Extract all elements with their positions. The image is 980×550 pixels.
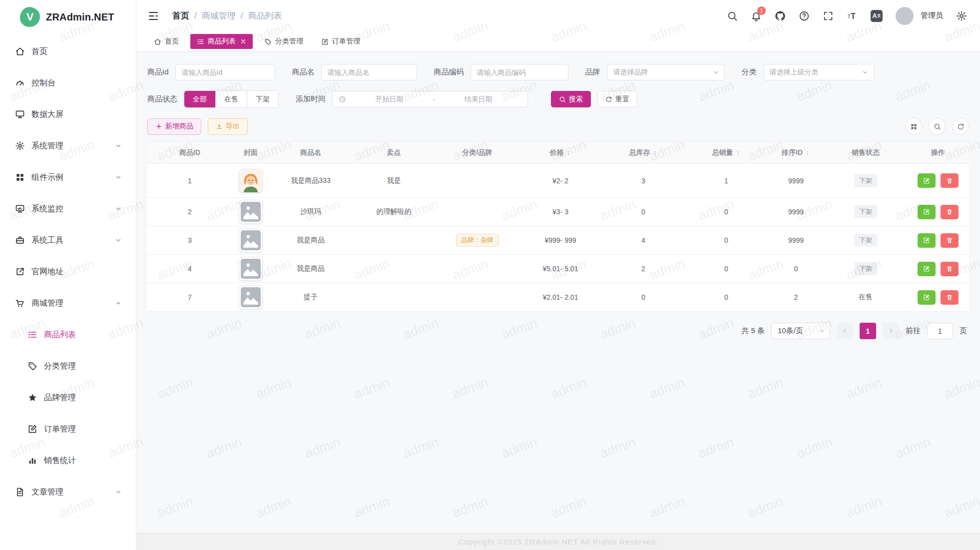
chevron-left-icon: [842, 328, 848, 334]
product-cover-placeholder[interactable]: [239, 285, 263, 309]
refresh-table-button[interactable]: [952, 118, 969, 135]
column-header-label: 分类/品牌: [463, 148, 492, 157]
sidebar-item-控制台[interactable]: 控制台: [0, 70, 136, 95]
edit-button[interactable]: [918, 262, 936, 276]
category-icon: [27, 361, 37, 371]
page-number-button[interactable]: 1: [860, 323, 876, 339]
product-id-input[interactable]: [175, 64, 275, 80]
chevron-up-icon: [115, 300, 122, 307]
sidebar-item-订单管理[interactable]: 订单管理: [0, 417, 136, 442]
header-search-icon[interactable]: [727, 10, 738, 21]
notifications-bell-icon[interactable]: 1: [751, 10, 762, 21]
sidebar-item-label: 商城管理: [31, 298, 63, 309]
brand-logo[interactable]: V ZRAdmin.NET: [0, 0, 136, 32]
sidebar-item-组件示例[interactable]: 组件示例: [0, 165, 136, 190]
edit-button[interactable]: [918, 173, 936, 188]
edit-button[interactable]: [918, 205, 936, 219]
sort-caret-icon[interactable]: [735, 148, 741, 158]
sidebar-item-商品列表[interactable]: 商品列表: [0, 322, 136, 347]
delete-button[interactable]: [941, 173, 959, 188]
category-select[interactable]: 请选择上级分类: [763, 64, 874, 80]
edit-button[interactable]: [918, 290, 936, 305]
column-header-排序ID[interactable]: 排序ID: [768, 142, 824, 164]
show-search-button[interactable]: [929, 118, 946, 135]
delete-button[interactable]: [941, 233, 959, 248]
status-option-全部[interactable]: 全部: [184, 91, 216, 107]
column-settings-button[interactable]: [905, 118, 922, 135]
breadcrumb-item-首页[interactable]: 首页: [172, 10, 189, 21]
column-header-总销量[interactable]: 总销量: [685, 142, 768, 164]
cell-sort-id: 9999: [768, 164, 824, 198]
category-label: 分类: [742, 67, 757, 77]
tab-首页[interactable]: 首页: [147, 34, 185, 49]
sidebar-item-系统监控[interactable]: 系统监控: [0, 196, 136, 221]
status-option-下架[interactable]: 下架: [247, 91, 278, 107]
product-cover-image[interactable]: [239, 169, 263, 193]
chevron-down-icon: [819, 328, 825, 334]
sidebar-item-分类管理[interactable]: 分类管理: [0, 354, 136, 379]
cell-product-id: 3: [147, 226, 232, 255]
tab-商品列表[interactable]: 商品列表: [190, 34, 253, 49]
sidebar-item-数据大屏[interactable]: 数据大屏: [0, 102, 136, 127]
date-end-placeholder: 结束日期: [435, 95, 521, 104]
filter-product-id: 商品Id: [147, 64, 275, 80]
language-switch-icon[interactable]: A文: [871, 10, 883, 22]
column-header-价格[interactable]: 价格: [519, 142, 602, 164]
cell-sort-id: 0: [768, 255, 824, 283]
sidebar-item-品牌管理[interactable]: 品牌管理: [0, 385, 136, 410]
tab-分类管理[interactable]: 分类管理: [258, 34, 310, 49]
export-button[interactable]: 导出: [208, 118, 248, 135]
brand-select[interactable]: 请选择品牌: [607, 64, 725, 80]
user-avatar[interactable]: [896, 7, 914, 25]
product-cover-placeholder[interactable]: [239, 228, 263, 252]
fullscreen-icon[interactable]: [823, 10, 834, 21]
delete-button[interactable]: [941, 290, 959, 305]
help-icon[interactable]: [799, 10, 810, 21]
sort-caret-icon[interactable]: [805, 148, 810, 158]
product-cover-placeholder[interactable]: [239, 200, 263, 224]
cell-status: 下架: [824, 164, 907, 198]
username-text[interactable]: 管理员: [921, 11, 943, 20]
reset-button[interactable]: 重置: [597, 91, 637, 107]
cell-sales: 0: [685, 226, 768, 255]
status-option-在售[interactable]: 在售: [216, 91, 247, 107]
next-page-button[interactable]: [883, 323, 899, 339]
table-toolbar: 新增商品 导出: [147, 118, 969, 135]
column-header-商品名: 商品名: [269, 142, 352, 164]
tab-订单管理[interactable]: 订单管理: [315, 34, 367, 49]
sidebar-item-系统工具[interactable]: 系统工具: [0, 228, 136, 253]
add-product-button[interactable]: 新增商品: [147, 118, 201, 135]
delete-button[interactable]: [941, 262, 959, 276]
sort-caret-icon[interactable]: [566, 148, 571, 158]
tab-close-icon[interactable]: [240, 38, 246, 44]
sidebar-fold-icon[interactable]: [147, 10, 159, 22]
sort-caret-icon[interactable]: [652, 148, 658, 158]
cell-actions: [907, 164, 969, 198]
goto-page-input[interactable]: [927, 323, 953, 339]
product-name-input[interactable]: [321, 64, 417, 80]
prev-page-button[interactable]: [837, 323, 853, 339]
sidebar-item-文章管理[interactable]: 文章管理: [0, 480, 136, 505]
cell-price: ¥3- 3: [519, 198, 602, 226]
product-code-input[interactable]: [471, 64, 568, 80]
github-icon[interactable]: [775, 10, 786, 21]
delete-button[interactable]: [941, 205, 959, 219]
column-header-总库存[interactable]: 总库存: [602, 142, 685, 164]
search-button[interactable]: 搜索: [551, 91, 591, 107]
table-row: 3我是商品品牌：杂牌¥999- 999409999下架: [147, 226, 969, 255]
sidebar-item-首页[interactable]: 首页: [0, 39, 136, 64]
sidebar-item-系统管理[interactable]: 系统管理: [0, 133, 136, 158]
filter-product-name: 商品名: [292, 64, 417, 80]
product-cover-placeholder[interactable]: [239, 257, 263, 281]
tab-label: 商品列表: [208, 37, 236, 46]
breadcrumb: 首页/商城管理/商品列表: [172, 10, 282, 21]
settings-gear-icon[interactable]: [956, 10, 967, 21]
filter-product-code: 商品编码: [434, 64, 568, 80]
sidebar-item-官网地址[interactable]: 官网地址: [0, 259, 136, 284]
font-size-icon[interactable]: TT: [847, 10, 858, 21]
page-size-select[interactable]: 10条/页: [771, 323, 830, 339]
date-range-picker[interactable]: 开始日期 - 结束日期: [332, 91, 528, 107]
edit-button[interactable]: [918, 233, 936, 248]
sidebar-item-商城管理[interactable]: 商城管理: [0, 291, 136, 316]
sidebar-item-销售统计[interactable]: 销售统计: [0, 448, 136, 473]
